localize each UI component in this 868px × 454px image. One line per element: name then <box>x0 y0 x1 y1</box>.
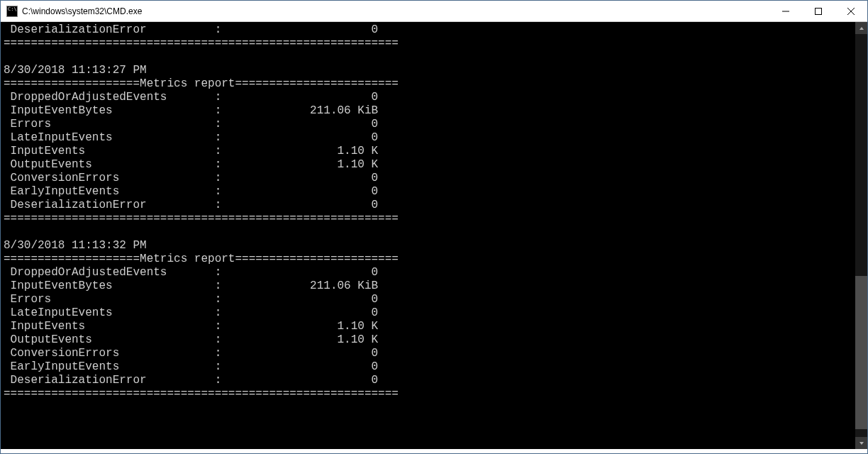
scroll-up-button[interactable] <box>855 22 867 34</box>
window-title: C:\windows\system32\CMD.exe <box>22 6 142 16</box>
titlebar[interactable]: C:\windows\system32\CMD.exe <box>1 1 867 22</box>
svg-rect-1 <box>816 8 822 14</box>
cmd-icon <box>6 6 18 17</box>
console-output[interactable]: DeserializationError : 0 ===============… <box>1 22 855 449</box>
client-area: DeserializationError : 0 ===============… <box>1 22 867 449</box>
chevron-up-icon <box>859 26 864 31</box>
minimize-button[interactable] <box>769 1 802 21</box>
maximize-icon <box>815 8 822 15</box>
chevron-down-icon <box>859 441 864 446</box>
svg-marker-5 <box>859 442 864 445</box>
cmd-window: C:\windows\system32\CMD.exe Deserializat… <box>0 0 868 454</box>
vertical-scrollbar[interactable] <box>855 22 867 449</box>
minimize-icon <box>782 8 789 15</box>
scroll-track[interactable] <box>855 34 867 437</box>
scroll-thumb[interactable] <box>855 276 867 429</box>
scroll-down-button[interactable] <box>855 437 867 449</box>
resize-border[interactable] <box>1 449 867 453</box>
maximize-button[interactable] <box>802 1 835 21</box>
close-icon <box>847 8 855 15</box>
close-button[interactable] <box>835 1 867 21</box>
svg-marker-4 <box>859 27 864 30</box>
window-controls <box>769 1 867 21</box>
